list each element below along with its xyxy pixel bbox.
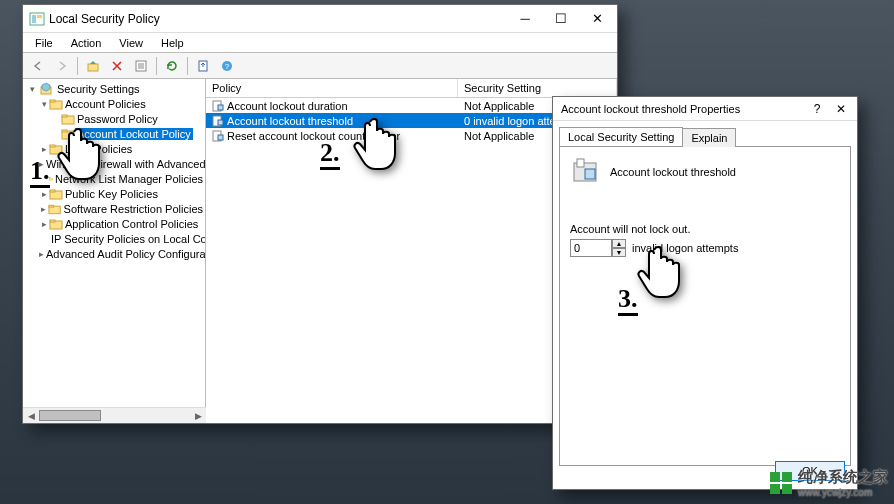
attempts-input[interactable]: [570, 239, 612, 257]
refresh-button[interactable]: [161, 55, 183, 77]
menu-view[interactable]: View: [111, 35, 151, 51]
menu-action[interactable]: Action: [63, 35, 110, 51]
tab-local-security-setting[interactable]: Local Security Setting: [559, 127, 683, 146]
column-security-setting[interactable]: Security Setting: [458, 79, 617, 97]
dialog-tab-content: Account lockout threshold Account will n…: [559, 146, 851, 466]
menu-file[interactable]: File: [27, 35, 61, 51]
tree-item-software-restriction[interactable]: ▸ Software Restriction Policies: [23, 201, 205, 216]
expand-toggle-icon[interactable]: ▸: [39, 219, 49, 229]
attempts-unit-label: invalid logon attempts: [632, 242, 738, 254]
forward-button[interactable]: [51, 55, 73, 77]
delete-button[interactable]: [106, 55, 128, 77]
svg-rect-3: [88, 64, 98, 71]
main-titlebar[interactable]: Local Security Policy ─ ☐ ✕: [23, 5, 617, 33]
folder-icon: [49, 217, 63, 231]
spinner-up-button[interactable]: ▲: [612, 239, 626, 248]
svg-rect-13: [50, 100, 55, 102]
tree-root[interactable]: ▾ Security Settings: [23, 81, 205, 96]
svg-rect-15: [62, 115, 67, 117]
svg-rect-29: [50, 220, 55, 222]
menu-help[interactable]: Help: [153, 35, 192, 51]
main-window-title: Local Security Policy: [45, 12, 507, 26]
expand-toggle-icon[interactable]: ▾: [27, 84, 37, 94]
callout-3: 3.: [618, 286, 638, 316]
tree-item-password-policy[interactable]: Password Policy: [23, 111, 205, 126]
tree-item-local-policies[interactable]: ▸ Local Policies: [23, 141, 205, 156]
local-security-policy-window: Local Security Policy ─ ☐ ✕ File Action …: [22, 4, 618, 424]
properties-button[interactable]: [130, 55, 152, 77]
svg-rect-2: [37, 15, 42, 18]
svg-rect-1: [32, 15, 36, 23]
close-button[interactable]: ✕: [579, 5, 615, 32]
folder-icon: [61, 127, 75, 141]
expand-toggle-icon[interactable]: ▸: [39, 204, 48, 214]
app-icon: [29, 11, 45, 27]
tree-item-public-key-policies[interactable]: ▸ Public Key Policies: [23, 186, 205, 201]
policy-large-icon: [570, 157, 600, 187]
expand-toggle-icon[interactable]: ▸: [39, 189, 49, 199]
svg-rect-41: [585, 169, 595, 179]
watermark-url: www.ycwjzy.com: [798, 487, 888, 498]
tab-explain[interactable]: Explain: [682, 128, 736, 147]
callout-1: 1.: [30, 158, 50, 188]
svg-rect-36: [218, 120, 223, 125]
svg-text:?: ?: [225, 62, 230, 71]
watermark-logo-icon: [770, 472, 792, 494]
properties-dialog: Account lockout threshold Properties ? ✕…: [552, 96, 858, 490]
column-policy[interactable]: Policy: [206, 79, 458, 97]
tree-item-advanced-audit[interactable]: ▸ Advanced Audit Policy Configuration: [23, 246, 205, 261]
tree-item-account-policies[interactable]: ▾ Account Policies: [23, 96, 205, 111]
folder-icon: [61, 112, 75, 126]
scroll-right-arrow-icon[interactable]: ▶: [190, 408, 206, 423]
dialog-tabs: Local Security Setting Explain: [553, 121, 857, 146]
export-button[interactable]: [192, 55, 214, 77]
scroll-left-arrow-icon[interactable]: ◀: [23, 408, 39, 423]
svg-rect-17: [62, 130, 67, 132]
menubar: File Action View Help: [23, 33, 617, 53]
tree-item-ip-security[interactable]: IP Security Policies on Local Computer: [23, 231, 205, 246]
expand-toggle-icon[interactable]: ▸: [39, 144, 49, 154]
svg-rect-27: [49, 205, 54, 207]
spinner-down-button[interactable]: ▼: [612, 248, 626, 257]
callout-2: 2.: [320, 140, 340, 170]
toolbar: ?: [23, 53, 617, 79]
help-button[interactable]: ?: [216, 55, 238, 77]
dialog-titlebar[interactable]: Account lockout threshold Properties ? ✕: [553, 97, 857, 121]
folder-icon: [49, 187, 63, 201]
svg-rect-19: [50, 145, 55, 147]
dialog-policy-heading: Account lockout threshold: [610, 166, 736, 178]
tree-item-application-control[interactable]: ▸ Application Control Policies: [23, 216, 205, 231]
policy-item-icon: [212, 100, 224, 112]
folder-icon: [49, 97, 63, 111]
tree-horizontal-scrollbar[interactable]: ◀ ▶: [23, 407, 206, 423]
watermark: 纯净系统之家 www.ycwjzy.com: [770, 468, 888, 498]
context-help-button[interactable]: ?: [805, 102, 829, 116]
svg-rect-25: [50, 190, 55, 192]
tree-item-account-lockout-policy[interactable]: Account Lockout Policy: [23, 126, 205, 141]
folder-icon: [49, 142, 63, 156]
svg-rect-34: [218, 105, 223, 110]
maximize-button[interactable]: ☐: [543, 5, 579, 32]
minimize-button[interactable]: ─: [507, 5, 543, 32]
tree-pane[interactable]: ▾ Security Settings ▾ Account Policies P…: [23, 79, 206, 423]
policy-item-icon: [212, 130, 224, 142]
svg-rect-23: [49, 177, 50, 178]
svg-rect-38: [218, 135, 223, 140]
dialog-title: Account lockout threshold Properties: [561, 103, 805, 115]
folder-icon: [48, 202, 61, 216]
watermark-brand: 纯净系统之家: [798, 468, 888, 485]
lockout-status-text: Account will not lock out.: [570, 223, 840, 235]
back-button[interactable]: [27, 55, 49, 77]
expand-toggle-icon[interactable]: ▾: [39, 99, 49, 109]
tree-item-network-list-manager[interactable]: Network List Manager Policies: [23, 171, 205, 186]
attempts-spinner[interactable]: ▲ ▼: [570, 239, 626, 257]
security-settings-icon: [39, 82, 53, 96]
policy-item-icon: [212, 115, 224, 127]
svg-rect-40: [577, 159, 584, 167]
tree-item-windows-firewall[interactable]: ▸ Windows Firewall with Advanced Securit…: [23, 156, 205, 171]
dialog-close-button[interactable]: ✕: [829, 102, 853, 116]
up-button[interactable]: [82, 55, 104, 77]
